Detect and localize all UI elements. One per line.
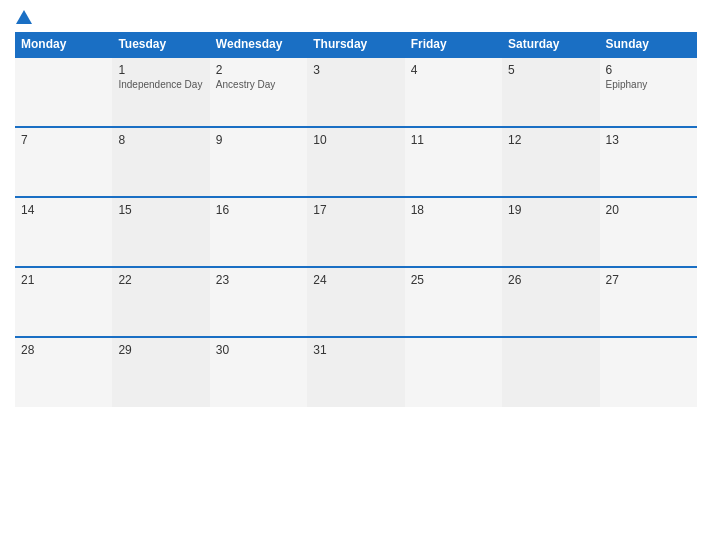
day-number: 1	[118, 63, 203, 77]
day-event: Independence Day	[118, 79, 203, 90]
calendar-cell: 2Ancestry Day	[210, 57, 307, 127]
day-number: 17	[313, 203, 398, 217]
calendar-cell: 20	[600, 197, 697, 267]
day-headers: MondayTuesdayWednesdayThursdayFridaySatu…	[15, 32, 697, 57]
calendar-cell: 26	[502, 267, 599, 337]
calendar-cell: 4	[405, 57, 502, 127]
day-header-monday: Monday	[15, 32, 112, 57]
calendar-cell: 3	[307, 57, 404, 127]
calendar-page: MondayTuesdayWednesdayThursdayFridaySatu…	[0, 0, 712, 550]
day-number: 7	[21, 133, 106, 147]
day-number: 25	[411, 273, 496, 287]
calendar-table: MondayTuesdayWednesdayThursdayFridaySatu…	[15, 32, 697, 407]
calendar-cell	[405, 337, 502, 407]
day-header-thursday: Thursday	[307, 32, 404, 57]
calendar-cell: 15	[112, 197, 209, 267]
day-header-sunday: Sunday	[600, 32, 697, 57]
calendar-cell: 10	[307, 127, 404, 197]
calendar-header	[15, 10, 697, 24]
calendar-cell: 8	[112, 127, 209, 197]
day-number: 4	[411, 63, 496, 77]
calendar-cell: 31	[307, 337, 404, 407]
day-number: 30	[216, 343, 301, 357]
calendar-cell: 22	[112, 267, 209, 337]
day-event: Epiphany	[606, 79, 691, 90]
calendar-cell: 23	[210, 267, 307, 337]
day-number: 23	[216, 273, 301, 287]
calendar-cell: 12	[502, 127, 599, 197]
day-number: 5	[508, 63, 593, 77]
day-number: 27	[606, 273, 691, 287]
logo	[15, 10, 34, 24]
day-number: 26	[508, 273, 593, 287]
day-number: 14	[21, 203, 106, 217]
logo-triangle-icon	[16, 10, 32, 24]
calendar-cell: 1Independence Day	[112, 57, 209, 127]
calendar-cell: 17	[307, 197, 404, 267]
calendar-cell: 9	[210, 127, 307, 197]
day-header-tuesday: Tuesday	[112, 32, 209, 57]
calendar-body: 1Independence Day2Ancestry Day3456Epipha…	[15, 57, 697, 407]
week-row-5: 28293031	[15, 337, 697, 407]
day-number: 21	[21, 273, 106, 287]
calendar-cell: 13	[600, 127, 697, 197]
day-number: 28	[21, 343, 106, 357]
day-number: 24	[313, 273, 398, 287]
calendar-cell: 6Epiphany	[600, 57, 697, 127]
day-number: 2	[216, 63, 301, 77]
calendar-cell	[502, 337, 599, 407]
day-number: 3	[313, 63, 398, 77]
day-event: Ancestry Day	[216, 79, 301, 90]
calendar-cell: 25	[405, 267, 502, 337]
day-number: 6	[606, 63, 691, 77]
calendar-cell: 18	[405, 197, 502, 267]
day-number: 10	[313, 133, 398, 147]
week-row-4: 21222324252627	[15, 267, 697, 337]
calendar-cell: 16	[210, 197, 307, 267]
calendar-cell: 7	[15, 127, 112, 197]
day-number: 11	[411, 133, 496, 147]
calendar-cell: 28	[15, 337, 112, 407]
day-number: 9	[216, 133, 301, 147]
day-header-saturday: Saturday	[502, 32, 599, 57]
calendar-cell	[600, 337, 697, 407]
day-number: 13	[606, 133, 691, 147]
calendar-header-row: MondayTuesdayWednesdayThursdayFridaySatu…	[15, 32, 697, 57]
calendar-cell: 24	[307, 267, 404, 337]
calendar-cell: 11	[405, 127, 502, 197]
day-number: 20	[606, 203, 691, 217]
day-number: 16	[216, 203, 301, 217]
day-number: 31	[313, 343, 398, 357]
day-header-friday: Friday	[405, 32, 502, 57]
day-number: 18	[411, 203, 496, 217]
day-header-wednesday: Wednesday	[210, 32, 307, 57]
calendar-cell	[15, 57, 112, 127]
week-row-1: 1Independence Day2Ancestry Day3456Epipha…	[15, 57, 697, 127]
day-number: 19	[508, 203, 593, 217]
week-row-2: 78910111213	[15, 127, 697, 197]
calendar-cell: 5	[502, 57, 599, 127]
week-row-3: 14151617181920	[15, 197, 697, 267]
calendar-cell: 29	[112, 337, 209, 407]
day-number: 22	[118, 273, 203, 287]
calendar-cell: 14	[15, 197, 112, 267]
calendar-cell: 19	[502, 197, 599, 267]
day-number: 12	[508, 133, 593, 147]
calendar-cell: 27	[600, 267, 697, 337]
day-number: 15	[118, 203, 203, 217]
day-number: 29	[118, 343, 203, 357]
calendar-cell: 30	[210, 337, 307, 407]
day-number: 8	[118, 133, 203, 147]
calendar-cell: 21	[15, 267, 112, 337]
